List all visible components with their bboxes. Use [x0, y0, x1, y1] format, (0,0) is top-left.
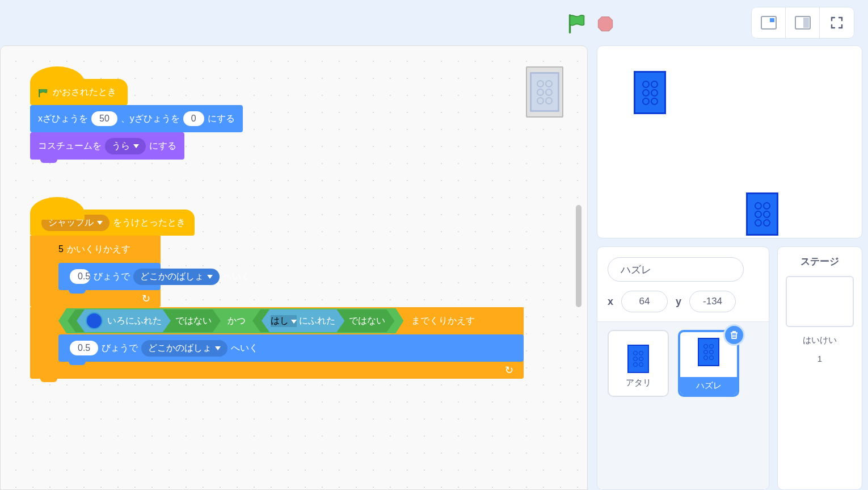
svg-rect-4 [803, 18, 809, 28]
stop-icon[interactable] [597, 15, 614, 32]
loop-arrow-icon: ↻ [505, 364, 513, 376]
text: にする [149, 140, 176, 152]
touching-dropdown[interactable]: はし [271, 315, 297, 327]
y-input[interactable] [689, 291, 736, 312]
sensing-touching-color[interactable]: いろにふれた [77, 309, 171, 332]
dropdown-label: はし [271, 316, 289, 325]
backdrop-count: 1 [818, 354, 822, 363]
x-input[interactable] [621, 291, 668, 312]
text: コスチュームを [38, 140, 102, 152]
block-repeat-until[interactable]: いろにふれた ではない かつ はし [30, 307, 524, 379]
operator-not-1[interactable]: いろにふれた ではない [68, 309, 221, 332]
svg-marker-0 [599, 17, 613, 31]
glide-dest-dropdown[interactable]: どこかのばしょ [133, 269, 220, 285]
sprite-name-input[interactable] [608, 257, 744, 282]
right-panel: x y アタリ ハズレ [597, 45, 868, 490]
sprite-info-panel: x y アタリ ハズレ [597, 246, 769, 490]
script-area[interactable]: がおされたとき xざひょうを 50 、yざひょうを 0 にする コスチュームを … [0, 45, 588, 490]
text: をうけとったとき [113, 217, 186, 229]
sprite-tile-atari[interactable]: アタリ [608, 330, 669, 397]
y-label: y [676, 296, 681, 308]
block-repeat-n[interactable]: 5 かいくりかえす 0.5 びょうで どこかのばしょ へいく [30, 236, 161, 307]
block-goto-xy[interactable]: xざひょうを 50 、yざひょうを 0 にする [30, 105, 243, 132]
block-switch-costume[interactable]: コスチュームを うら にする [30, 132, 184, 160]
input-glide-sec[interactable]: 0.5 [70, 269, 90, 284]
chevron-down-icon [133, 144, 139, 148]
input-glide-sec-2[interactable]: 0.5 [70, 341, 98, 355]
chevron-down-icon [207, 275, 213, 279]
text: ではない [349, 315, 385, 327]
stage-thumbnail[interactable] [786, 276, 854, 327]
text: xざひょうを [38, 113, 88, 125]
blocks-layer: がおされたとき xざひょうを 50 、yざひょうを 0 にする コスチュームを … [30, 79, 524, 379]
sprite-list: アタリ ハズレ [597, 321, 769, 489]
dropdown-label: シャッフル [48, 217, 94, 229]
text: へいく [231, 342, 258, 354]
xy-row: x y [608, 291, 759, 312]
stage-header: ステージ [800, 255, 839, 268]
delete-sprite-button[interactable] [723, 324, 745, 346]
stage-view[interactable] [597, 45, 862, 238]
dropdown-label: どこかのばしょ [148, 342, 212, 354]
text: にする [208, 113, 235, 125]
sensing-touching-edge[interactable]: はし にふれた [262, 309, 344, 332]
dropdown-label: どこかのばしょ [140, 271, 204, 283]
view-mode-controls [751, 7, 854, 39]
chevron-down-icon [215, 346, 221, 350]
text: までくりかえす [411, 315, 475, 327]
stage-sprite-1[interactable] [634, 71, 666, 114]
operator-not-2[interactable]: はし にふれた ではない [252, 309, 394, 332]
scrollbar[interactable] [576, 205, 582, 307]
message-dropdown[interactable]: シャッフル [41, 215, 109, 231]
block-glide-random[interactable]: 0.5 びょうで どこかのばしょ へいく [58, 263, 161, 290]
text: びょうで [94, 271, 130, 283]
loop-arrow-icon: ↻ [142, 292, 150, 305]
stage-panel: ステージ はいけい 1 [777, 246, 862, 490]
sprite-tile-label: ハズレ [680, 377, 737, 395]
view-small-stage[interactable] [752, 7, 786, 38]
input-x[interactable]: 50 [91, 111, 117, 126]
glide-dest-dropdown-2[interactable]: どこかのばしょ [141, 340, 227, 357]
block-glide-random-2[interactable]: 0.5 びょうで どこかのばしょ へいく [58, 334, 524, 362]
run-controls [567, 14, 614, 34]
text: へいく [223, 271, 250, 283]
block-when-receive[interactable]: シャッフル をうけとったとき [30, 210, 195, 236]
top-bar [0, 0, 868, 45]
svg-rect-2 [770, 18, 774, 22]
text: いろにふれた [107, 315, 162, 327]
operator-and[interactable]: いろにふれた ではない かつ はし [58, 308, 403, 333]
sprite-tile-hazure[interactable]: ハズレ [678, 330, 739, 397]
dropdown-label: うら [112, 140, 130, 152]
chevron-down-icon [97, 221, 103, 225]
chevron-down-icon [291, 320, 297, 324]
text: びょうで [102, 342, 138, 354]
x-label: x [608, 296, 613, 308]
view-large-stage[interactable] [786, 7, 820, 38]
color-swatch[interactable] [86, 312, 103, 329]
input-y[interactable]: 0 [183, 111, 204, 126]
text: にふれた [299, 315, 335, 327]
sprite-tile-label: アタリ [626, 378, 651, 388]
main-layout: がおされたとき xざひょうを 50 、yざひょうを 0 にする コスチュームを … [0, 45, 868, 490]
lower-panels: x y アタリ ハズレ [597, 246, 862, 490]
backdrop-label: はいけい [803, 335, 837, 346]
costume-dropdown[interactable]: うら [105, 138, 146, 154]
text: かいくりかえす [67, 244, 130, 256]
text: 、yざひょうを [121, 113, 180, 125]
green-flag-icon[interactable] [567, 14, 587, 34]
text: かつ [227, 315, 246, 327]
stage-sprite-2[interactable] [746, 192, 778, 236]
sprite-preview-corner [526, 66, 563, 118]
block-when-flag-clicked[interactable]: がおされたとき [30, 79, 128, 105]
input-repeat-count[interactable]: 5 [58, 244, 64, 254]
view-fullscreen[interactable] [820, 7, 854, 38]
block-label: がおされたとき [53, 86, 116, 98]
text: ではない [175, 315, 212, 327]
